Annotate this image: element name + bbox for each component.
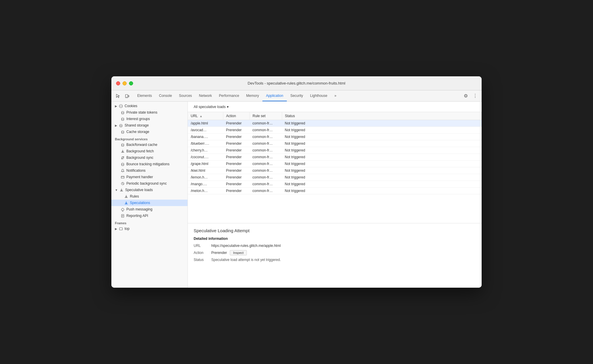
cell-action: Prerender <box>223 181 249 188</box>
sidebar-item-private-state-tokens[interactable]: Private state tokens <box>111 109 187 116</box>
table-row[interactable]: /avocad…Prerendercommon-fr…Not triggered <box>188 127 482 134</box>
cell-ruleset: common-fr… <box>249 161 282 167</box>
tab-performance[interactable]: Performance <box>215 90 243 101</box>
reporting-api-icon <box>121 214 125 218</box>
detail-status-row: Status Speculative load attempt is not y… <box>194 258 476 262</box>
cell-url: /apple.html <box>188 120 223 127</box>
sidebar-label-payment-handler: Payment handler <box>126 175 185 179</box>
table-row[interactable]: /lemon.h…Prerendercommon-fr…Not triggere… <box>188 174 482 181</box>
sidebar-item-payment-handler[interactable]: Payment handler <box>111 174 187 180</box>
device-icon[interactable] <box>123 92 131 100</box>
cell-action: Prerender <box>223 161 249 167</box>
sidebar-item-bfcache[interactable]: Back/forward cache <box>111 141 187 148</box>
shared-storage-icon <box>119 124 123 127</box>
detail-url-row: URL https://speculative-rules.glitch.me/… <box>194 244 476 248</box>
sidebar-item-notifications[interactable]: Notifications <box>111 167 187 174</box>
cell-ruleset: common-fr… <box>249 154 282 161</box>
table-row[interactable]: /mango….Prerendercommon-fr…Not triggered <box>188 181 482 188</box>
cell-action: Prerender <box>223 127 249 134</box>
sidebar-item-push-messaging[interactable]: Push messaging <box>111 206 187 213</box>
cell-url: /lemon.h… <box>188 174 223 181</box>
cell-ruleset: common-fr… <box>249 188 282 194</box>
cell-ruleset: common-fr… <box>249 147 282 154</box>
table-area: URL ▲ Action Rule set Status <box>188 112 482 223</box>
tab-application[interactable]: Application <box>262 90 287 101</box>
settings-icon[interactable]: ⚙ <box>462 92 470 100</box>
table-row[interactable]: /kiwi.htmlPrerendercommon-fr…Not trigger… <box>188 167 482 174</box>
table-row[interactable]: /melon.h…Prerendercommon-fr…Not triggere… <box>188 188 482 194</box>
cell-url: /banana…. <box>188 134 223 140</box>
cell-status: Not triggered <box>282 188 482 194</box>
col-header-url[interactable]: URL ▲ <box>188 112 223 120</box>
cell-url: /grape.html <box>188 161 223 167</box>
tab-network[interactable]: Network <box>195 90 215 101</box>
tab-security[interactable]: Security <box>287 90 306 101</box>
cell-ruleset: common-fr… <box>249 120 282 127</box>
tab-memory[interactable]: Memory <box>243 90 262 101</box>
sidebar-label-reporting-api: Reporting API <box>126 214 185 218</box>
tab-sources[interactable]: Sources <box>175 90 195 101</box>
window-title: DevTools - speculative-rules.glitch.me/c… <box>248 81 345 85</box>
sidebar-label-private-state: Private state tokens <box>126 110 185 114</box>
sidebar-item-reporting-api[interactable]: Reporting API <box>111 213 187 219</box>
cookies-icon <box>119 104 123 108</box>
table-row[interactable]: /apple.htmlPrerendercommon-fr…Not trigge… <box>188 120 482 127</box>
table-row[interactable]: /banana….Prerendercommon-fr…Not triggere… <box>188 134 482 140</box>
table-row[interactable]: /blueberr….Prerendercommon-fr…Not trigge… <box>188 140 482 147</box>
sidebar-item-bounce-tracking[interactable]: Bounce tracking mitigations <box>111 161 187 167</box>
sidebar-item-periodic-bg-sync[interactable]: Periodic background sync <box>111 180 187 187</box>
inspect-button[interactable]: Inspect <box>230 250 247 255</box>
col-header-ruleset[interactable]: Rule set <box>249 112 282 120</box>
tab-lighthouse[interactable]: Lighthouse <box>306 90 331 101</box>
detail-title: Speculative Loading Attempt <box>194 228 476 233</box>
filter-label: All speculative loads <box>194 105 226 109</box>
svg-point-10 <box>122 163 124 164</box>
close-button[interactable] <box>116 81 120 85</box>
expand-shared-storage-icon: ▶ <box>115 124 117 127</box>
tab-more[interactable]: » <box>331 90 340 101</box>
sidebar-item-bg-fetch[interactable]: Background fetch <box>111 148 187 154</box>
cell-url: /blueberr…. <box>188 140 223 147</box>
col-header-action[interactable]: Action <box>223 112 249 120</box>
sidebar-item-cache-storage[interactable]: Cache storage <box>111 129 187 135</box>
sidebar-item-top[interactable]: ▶ top <box>111 225 187 232</box>
sidebar-label-bfcache: Back/forward cache <box>126 143 185 147</box>
cell-ruleset: common-fr… <box>249 134 282 140</box>
sidebar-label-rules: Rules <box>130 194 185 198</box>
sidebar: ▶ Cookies Private state tokens Interest … <box>111 102 188 288</box>
table-row[interactable]: /grape.htmlPrerendercommon-fr…Not trigge… <box>188 161 482 167</box>
sidebar-item-cookies[interactable]: ▶ Cookies <box>111 103 187 109</box>
sidebar-label-bg-sync: Background sync <box>126 156 185 160</box>
speculations-table: URL ▲ Action Rule set Status <box>188 112 482 194</box>
sidebar-item-interest-groups[interactable]: Interest groups <box>111 116 187 122</box>
cell-status: Not triggered <box>282 174 482 181</box>
sidebar-label-speculations: Speculations <box>130 201 185 205</box>
bounce-tracking-icon <box>121 162 125 166</box>
svg-rect-1 <box>128 95 129 97</box>
tab-console[interactable]: Console <box>155 90 175 101</box>
fullscreen-button[interactable] <box>129 81 133 85</box>
sidebar-item-speculations[interactable]: Speculations <box>111 200 187 206</box>
cursor-icon[interactable] <box>114 92 122 100</box>
sidebar-label-interest-groups: Interest groups <box>126 117 185 121</box>
table-row[interactable]: /coconut….Prerendercommon-fr…Not trigger… <box>188 154 482 161</box>
more-options-icon[interactable]: ⋮ <box>471 92 479 100</box>
cell-status: Not triggered <box>282 181 482 188</box>
cell-url: /kiwi.html <box>188 167 223 174</box>
cell-ruleset: common-fr… <box>249 140 282 147</box>
sidebar-label-top: top <box>125 227 185 231</box>
cell-status: Not triggered <box>282 154 482 161</box>
sidebar-item-shared-storage[interactable]: ▶ Shared storage <box>111 122 187 129</box>
main-content: ▶ Cookies Private state tokens Interest … <box>111 102 482 288</box>
cell-status: Not triggered <box>282 127 482 134</box>
right-panel: All speculative loads ▾ URL ▲ Act <box>188 102 482 288</box>
sidebar-item-bg-sync[interactable]: Background sync <box>111 154 187 161</box>
sidebar-section-frames: Frames <box>111 219 187 225</box>
sidebar-item-speculative-loads[interactable]: ▼ Speculative loads <box>111 187 187 193</box>
sidebar-item-rules[interactable]: Rules <box>111 193 187 200</box>
table-row[interactable]: /cherry.h…Prerendercommon-fr…Not trigger… <box>188 147 482 154</box>
tab-elements[interactable]: Elements <box>134 90 155 101</box>
col-header-status[interactable]: Status <box>282 112 482 120</box>
minimize-button[interactable] <box>123 81 127 85</box>
filter-dropdown[interactable]: All speculative loads ▾ <box>191 104 231 110</box>
